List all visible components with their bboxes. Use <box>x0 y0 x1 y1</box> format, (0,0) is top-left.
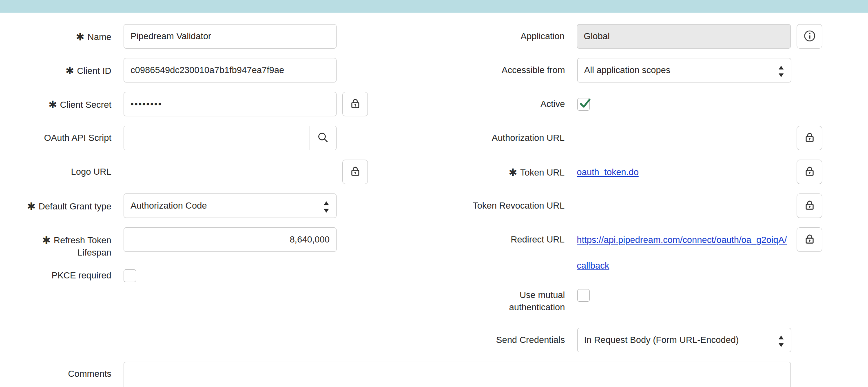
form-columns: ✱Name ✱Client ID ✱Client Secret <box>0 20 868 357</box>
token-url-lock-button[interactable] <box>797 160 822 184</box>
token-revocation-url-label: Token Revocation URL <box>463 189 565 212</box>
field-row-pkce-required: PKCE required <box>0 259 368 293</box>
accessible-from-selected-value: All application scopes <box>584 65 671 75</box>
token-url-link[interactable]: oauth_token.do <box>577 167 639 177</box>
required-marker: ✱ <box>76 31 84 42</box>
comments-textarea[interactable] <box>124 362 791 387</box>
comments-label-text: Comments <box>68 369 111 379</box>
name-label: ✱Name <box>11 20 111 43</box>
oauth-api-script-search-button[interactable] <box>310 126 336 150</box>
client-id-input[interactable] <box>124 58 337 82</box>
authorization-url-label: Authorization URL <box>463 121 565 144</box>
client-id-label: ✱Client ID <box>11 53 111 77</box>
lock-icon <box>804 199 816 213</box>
use-mutual-authentication-label-text: Use mutual authentication <box>509 290 565 312</box>
lock-icon <box>804 233 816 247</box>
refresh-token-lifespan-label-text: Refresh Token Lifespan <box>54 235 111 258</box>
spinner-icon <box>777 334 786 352</box>
redirect-url-value: https://api.pipedream.com/connect/oauth/… <box>577 227 791 278</box>
token-revocation-url-lock-button[interactable] <box>797 194 822 218</box>
lock-icon <box>349 98 361 111</box>
form-column-left: ✱Name ✱Client ID ✱Client Secret <box>0 20 368 293</box>
field-row-active: Active <box>463 87 822 121</box>
field-row-client-id: ✱Client ID <box>0 53 368 87</box>
active-checkbox[interactable] <box>577 98 590 111</box>
client-secret-lock-button[interactable] <box>342 92 368 116</box>
active-label-text: Active <box>540 99 565 109</box>
field-row-accessible-from: Accessible from All application scopes <box>463 53 822 87</box>
pkce-required-checkbox[interactable] <box>124 269 136 282</box>
pkce-required-label: PKCE required <box>11 259 111 282</box>
send-credentials-select[interactable]: In Request Body (Form URL-Encoded) <box>577 328 791 352</box>
oauth-api-script-input[interactable] <box>124 126 310 150</box>
client-secret-label: ✱Client Secret <box>11 87 111 111</box>
client-secret-input[interactable] <box>124 92 337 116</box>
accessible-from-label: Accessible from <box>463 53 565 76</box>
field-row-logo-url: Logo URL <box>0 155 368 189</box>
use-mutual-authentication-checkbox[interactable] <box>577 289 590 302</box>
pkce-required-label-text: PKCE required <box>51 270 111 280</box>
oauth-registry-form: ✱Name ✱Client ID ✱Client Secret <box>0 13 868 387</box>
lock-icon <box>804 131 816 145</box>
active-label: Active <box>463 87 565 110</box>
required-marker: ✱ <box>42 234 51 246</box>
redirect-url-lock-button[interactable] <box>797 227 822 252</box>
logo-url-label: Logo URL <box>11 155 111 178</box>
field-row-redirect-url: Redirect URL https://api.pipedream.com/c… <box>463 223 822 278</box>
refresh-token-lifespan-input[interactable] <box>124 227 337 252</box>
redirect-url-link[interactable]: https://api.pipedream.com/connect/oauth/… <box>577 235 787 271</box>
client-id-label-text: Client ID <box>77 66 111 76</box>
field-row-default-grant-type: ✱Default Grant type Authorization Code <box>0 189 368 223</box>
field-row-use-mutual-authentication: Use mutual authentication <box>463 278 822 323</box>
default-grant-type-label-text: Default Grant type <box>38 201 111 211</box>
lock-icon <box>804 165 816 179</box>
token-url-label: ✱Token URL <box>463 155 565 179</box>
send-credentials-selected-value: In Request Body (Form URL-Encoded) <box>584 335 739 345</box>
logo-url-lock-button[interactable] <box>342 160 368 184</box>
client-secret-label-text: Client Secret <box>60 100 111 110</box>
field-row-application: Application Global <box>463 20 822 53</box>
required-marker: ✱ <box>66 65 74 76</box>
top-accent-bar <box>0 0 868 13</box>
field-row-authorization-url: Authorization URL <box>463 121 822 155</box>
application-label-text: Application <box>520 31 565 41</box>
field-row-token-revocation-url: Token Revocation URL <box>463 189 822 223</box>
application-info-button[interactable] <box>797 24 822 49</box>
field-row-name: ✱Name <box>0 20 368 53</box>
application-value: Global <box>584 31 610 41</box>
required-marker: ✱ <box>27 200 36 212</box>
required-marker: ✱ <box>509 167 517 178</box>
token-url-label-text: Token URL <box>520 167 565 178</box>
oauth-api-script-reference-field <box>124 126 337 150</box>
default-grant-type-select[interactable]: Authorization Code <box>124 194 337 218</box>
accessible-from-select[interactable]: All application scopes <box>577 58 791 82</box>
send-credentials-label: Send Credentials <box>463 323 565 346</box>
refresh-token-lifespan-label: ✱Refresh Token Lifespan <box>11 223 111 259</box>
authorization-url-label-text: Authorization URL <box>492 133 565 143</box>
name-input[interactable] <box>124 24 337 49</box>
info-icon <box>803 29 816 44</box>
token-url-value: oauth_token.do <box>577 159 791 185</box>
spinner-icon <box>322 199 331 218</box>
default-grant-type-selected-value: Authorization Code <box>131 200 207 211</box>
accessible-from-label-text: Accessible from <box>502 65 565 75</box>
field-row-send-credentials: Send Credentials In Request Body (Form U… <box>463 323 822 357</box>
form-column-right: Application Global <box>463 20 822 357</box>
redirect-url-label: Redirect URL <box>463 223 565 246</box>
field-row-client-secret: ✱Client Secret <box>0 87 368 121</box>
required-marker: ✱ <box>49 99 57 110</box>
field-row-comments: Comments <box>0 357 868 387</box>
search-icon <box>317 131 329 145</box>
authorization-url-lock-button[interactable] <box>797 126 822 150</box>
comments-label: Comments <box>11 357 111 380</box>
application-label: Application <box>463 20 565 42</box>
redirect-url-label-text: Redirect URL <box>511 234 565 245</box>
application-field: Global <box>577 24 791 49</box>
token-revocation-url-label-text: Token Revocation URL <box>473 200 565 211</box>
name-label-text: Name <box>87 32 111 42</box>
field-row-refresh-token-lifespan: ✱Refresh Token Lifespan <box>0 223 368 259</box>
oauth-api-script-label-text: OAuth API Script <box>44 133 111 143</box>
oauth-api-script-label: OAuth API Script <box>11 121 111 144</box>
field-row-oauth-api-script: OAuth API Script <box>0 121 368 155</box>
logo-url-label-text: Logo URL <box>71 167 111 177</box>
